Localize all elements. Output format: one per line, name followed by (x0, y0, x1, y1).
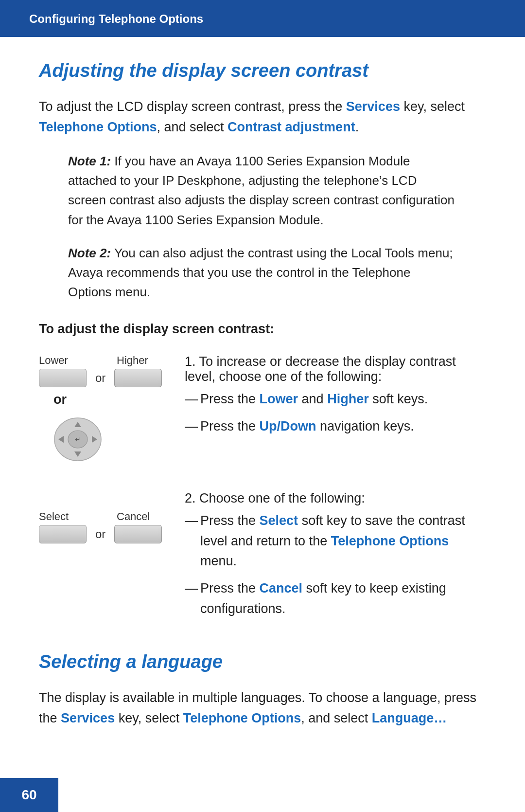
b2-after: navigation keys. (316, 419, 414, 433)
b1-before: Press the (200, 392, 260, 406)
step1-number: 1. (185, 354, 196, 369)
higher-label: Higher (117, 354, 148, 367)
step1-bullet-1: Press the Lower and Higher soft keys. (185, 389, 486, 410)
b2-updown-link[interactable]: Up/Down (260, 419, 316, 433)
step2-bullet-list: Press the Select soft key to save the co… (185, 511, 486, 619)
nav-pad: ↵ (53, 415, 102, 464)
note2-label: Note 2: (68, 246, 111, 260)
note2-text: You can also adjust the contrast using t… (68, 246, 453, 300)
lower-higher-labels-row: Lower Higher (39, 354, 148, 367)
step2-intro: Choose one of the following: (199, 491, 365, 505)
step1-bullet-list: Press the Lower and Higher soft keys. Pr… (185, 389, 486, 437)
step1-right: 1. To increase or decrease the display c… (185, 354, 486, 444)
s2-telephone-options-link[interactable]: Telephone Options (183, 711, 301, 725)
note1-text: If you have an Avaya 1100 Series Expansi… (68, 154, 455, 227)
step2-bullet-1: Press the Select soft key to save the co… (185, 511, 486, 572)
s2-intro-after: , and select (301, 711, 372, 725)
step2-right: 2. Choose one of the following: Press th… (185, 491, 486, 626)
b1-middle: and (298, 392, 327, 406)
page-footer: 60 (0, 778, 58, 812)
s1-select-link[interactable]: Select (260, 513, 298, 528)
step2-left: Select Cancel or (39, 491, 185, 543)
section2-intro: The display is available in multiple lan… (39, 688, 486, 729)
step1-container: Lower Higher or or (39, 354, 486, 464)
s2-language-link[interactable]: Language… (372, 711, 447, 725)
s2-intro-middle: key, select (115, 711, 183, 725)
section-selecting: Selecting a language The display is avai… (39, 651, 486, 729)
header-text: Configuring Telephone Options (29, 12, 203, 25)
select-cancel-labels-row: Select Cancel (39, 510, 150, 523)
intro-before-services: To adjust the LCD display screen contras… (39, 99, 346, 114)
step1-left: Lower Higher or or (39, 354, 185, 464)
select-cancel-buttons-row: or (39, 525, 162, 543)
step2-number: 2. (185, 491, 196, 505)
b1-lower-link[interactable]: Lower (260, 392, 298, 406)
or-text-1: or (95, 371, 105, 385)
s1-telephone-options-link[interactable]: Telephone Options (331, 534, 449, 548)
section-adjusting: Adjusting the display screen contrast To… (39, 60, 486, 626)
select-soft-key[interactable] (39, 525, 87, 543)
s2-services-link[interactable]: Services (61, 711, 115, 725)
intro-after-telephone: , and select (157, 120, 228, 134)
services-link[interactable]: Services (346, 99, 400, 114)
or-bold-text: or (53, 392, 67, 407)
step2-container: Select Cancel or 2. Choose one of the fo… (39, 491, 486, 626)
s1-after: menu. (200, 554, 237, 568)
intro-paragraph: To adjust the LCD display screen contras… (39, 97, 486, 138)
note1-block: Note 1: If you have an Avaya 1100 Series… (68, 151, 457, 230)
section-selecting-title: Selecting a language (39, 651, 486, 672)
contrast-link[interactable]: Contrast adjustment (228, 120, 355, 134)
lower-soft-key[interactable] (39, 369, 87, 387)
lower-higher-row: or (39, 369, 162, 387)
svg-text:↵: ↵ (75, 435, 81, 443)
subheading: To adjust the display screen contrast: (39, 322, 486, 337)
note2-block: Note 2: You can also adjust the contrast… (68, 243, 457, 302)
select-label: Select (39, 510, 92, 523)
step1-intro: To increase or decrease the display cont… (185, 354, 456, 384)
b1-higher-link[interactable]: Higher (327, 392, 369, 406)
b1-after: soft keys. (369, 392, 428, 406)
cancel-soft-key[interactable] (114, 525, 162, 543)
page-number: 60 (21, 787, 36, 803)
lower-label: Lower (39, 354, 92, 367)
s1-before: Press the (200, 513, 260, 528)
intro-middle: key, select (400, 99, 465, 114)
section-adjusting-title: Adjusting the display screen contrast (39, 60, 486, 81)
telephone-options-link[interactable]: Telephone Options (39, 120, 157, 134)
s2-cancel-link[interactable]: Cancel (260, 581, 303, 595)
step1-bullet-2: Press the Up/Down navigation keys. (185, 416, 486, 437)
or-text-2: or (95, 527, 105, 541)
step2-number-intro: 2. Choose one of the following: (185, 491, 486, 506)
step1-number-intro: 1. To increase or decrease the display c… (185, 354, 486, 384)
header-bar: Configuring Telephone Options (0, 0, 525, 37)
intro-end: . (355, 120, 359, 134)
step2-bullet-2: Press the Cancel soft key to keep existi… (185, 578, 486, 619)
note1-label: Note 1: (68, 154, 111, 168)
higher-soft-key[interactable] (114, 369, 162, 387)
s2-before: Press the (200, 581, 260, 595)
b2-before: Press the (200, 419, 260, 433)
cancel-label: Cancel (117, 510, 150, 523)
